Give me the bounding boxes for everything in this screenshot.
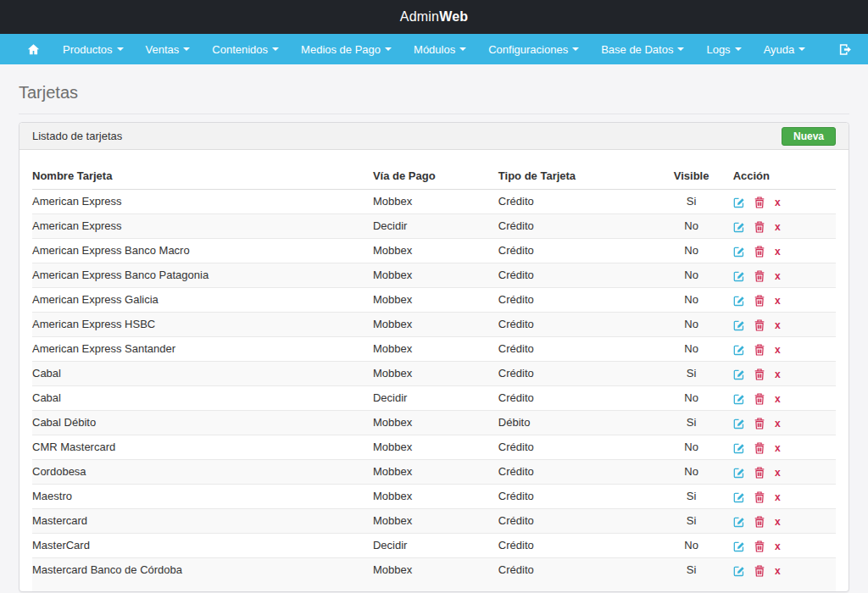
trash-icon[interactable]	[754, 516, 765, 528]
cell-payment-via: Mobbex	[373, 460, 498, 485]
edit-icon[interactable]	[733, 369, 745, 380]
trash-icon[interactable]	[754, 369, 765, 380]
edit-icon[interactable]	[733, 295, 745, 307]
trash-icon[interactable]	[754, 491, 765, 503]
trash-icon[interactable]	[754, 467, 765, 479]
cell-visible: No	[657, 534, 733, 558]
x-icon[interactable]: x	[775, 221, 781, 233]
edit-icon[interactable]	[733, 491, 745, 503]
cell-payment-via: Mobbex	[373, 337, 498, 362]
navbar-dropdown-item[interactable]: Ayuda	[753, 34, 817, 64]
chevron-down-icon	[385, 47, 392, 51]
panel-body: Nombre Tarjeta Vía de Pago Tipo de Tarje…	[19, 150, 849, 591]
edit-icon[interactable]	[733, 540, 745, 552]
trash-icon[interactable]	[754, 197, 765, 208]
cell-visible: No	[657, 435, 733, 460]
edit-icon[interactable]	[733, 393, 745, 405]
navbar-dropdown-item[interactable]: Configuraciones	[477, 34, 590, 64]
trash-icon[interactable]	[754, 246, 765, 258]
cell-actions: x	[733, 313, 836, 337]
navbar-dropdown-item[interactable]: Contenidos	[201, 34, 290, 64]
x-icon[interactable]: x	[775, 295, 781, 307]
cell-visible: Si	[657, 362, 733, 386]
cell-actions: x	[733, 386, 836, 411]
table-row: Cabal Débito Mobbex Débito Si	[32, 411, 836, 435]
x-icon[interactable]: x	[775, 491, 781, 503]
edit-icon[interactable]	[733, 442, 745, 454]
edit-icon[interactable]	[733, 319, 745, 331]
cell-actions: x	[733, 239, 836, 263]
x-icon[interactable]: x	[775, 197, 781, 208]
navbar-dropdown-item[interactable]: Base de Datos	[590, 34, 695, 64]
x-icon[interactable]: x	[775, 418, 781, 430]
title-divider	[19, 114, 849, 114]
trash-icon[interactable]	[754, 295, 765, 307]
table-row: American Express HSBC Mobbex Crédito No	[32, 313, 836, 337]
navbar-dropdown-item[interactable]: Productos	[52, 34, 135, 64]
navbar-dropdown-item[interactable]: Logs	[695, 34, 752, 64]
cell-payment-via: Mobbex	[373, 239, 498, 263]
trash-icon[interactable]	[754, 393, 765, 405]
x-icon[interactable]: x	[775, 393, 781, 405]
x-icon[interactable]: x	[775, 467, 781, 479]
cell-actions: x	[733, 337, 836, 362]
edit-icon[interactable]	[733, 467, 745, 479]
chevron-down-icon	[183, 47, 190, 51]
navbar-dropdown-item[interactable]: Módulos	[403, 34, 477, 64]
table-body: American Express Mobbex Crédito Si	[32, 190, 836, 583]
trash-icon[interactable]	[754, 270, 765, 282]
cell-card-type: Crédito	[498, 509, 657, 534]
cell-visible: No	[657, 313, 733, 337]
x-icon[interactable]: x	[775, 344, 781, 356]
cell-card-name: American Express Santander	[32, 337, 373, 362]
edit-icon[interactable]	[733, 246, 745, 258]
edit-icon[interactable]	[733, 270, 745, 282]
cell-payment-via: Mobbex	[373, 288, 498, 313]
x-icon[interactable]: x	[775, 442, 781, 454]
edit-icon[interactable]	[733, 516, 745, 528]
cell-visible: No	[657, 263, 733, 288]
trash-icon[interactable]	[754, 319, 765, 331]
navbar-right	[830, 34, 861, 64]
x-icon[interactable]: x	[775, 246, 781, 258]
cell-card-name: American Express Banco Macro	[32, 239, 373, 263]
trash-icon[interactable]	[754, 221, 765, 233]
trash-icon[interactable]	[754, 442, 765, 454]
x-icon[interactable]: x	[775, 270, 781, 282]
navbar-dropdown-item[interactable]: Ventas	[135, 34, 202, 64]
cards-panel: Listado de tarjetas Nueva Nombre Tarjeta…	[19, 122, 849, 592]
cell-actions: x	[733, 288, 836, 313]
cell-card-type: Crédito	[498, 386, 657, 411]
x-icon[interactable]: x	[775, 565, 781, 577]
cell-payment-via: Mobbex	[373, 411, 498, 435]
cell-actions: x	[733, 362, 836, 386]
x-icon[interactable]: x	[775, 369, 781, 380]
home-menu-item[interactable]	[15, 34, 52, 64]
chevron-down-icon	[117, 47, 124, 51]
x-icon[interactable]: x	[775, 540, 781, 552]
x-icon[interactable]: x	[775, 319, 781, 331]
cell-card-type: Crédito	[498, 337, 657, 362]
sign-out-icon[interactable]	[838, 42, 853, 57]
trash-icon[interactable]	[754, 565, 765, 577]
cell-visible: Si	[657, 485, 733, 509]
panel-heading: Listado de tarjetas Nueva	[19, 123, 849, 150]
edit-icon[interactable]	[733, 418, 745, 430]
edit-icon[interactable]	[733, 197, 745, 208]
brand-web: Web	[439, 9, 468, 24]
trash-icon[interactable]	[754, 540, 765, 552]
cell-card-name: Cordobesa	[32, 460, 373, 485]
new-card-button[interactable]: Nueva	[782, 127, 836, 146]
cell-actions: x	[733, 190, 836, 214]
edit-icon[interactable]	[733, 344, 745, 356]
edit-icon[interactable]	[733, 565, 745, 577]
cell-card-name: Maestro	[32, 485, 373, 509]
trash-icon[interactable]	[754, 418, 765, 430]
cell-visible: Si	[657, 411, 733, 435]
edit-icon[interactable]	[733, 221, 745, 233]
trash-icon[interactable]	[754, 344, 765, 356]
cell-card-type: Crédito	[498, 435, 657, 460]
x-icon[interactable]: x	[775, 516, 781, 528]
cell-payment-via: Mobbex	[373, 509, 498, 534]
navbar-dropdown-item[interactable]: Medios de Pago	[290, 34, 403, 64]
